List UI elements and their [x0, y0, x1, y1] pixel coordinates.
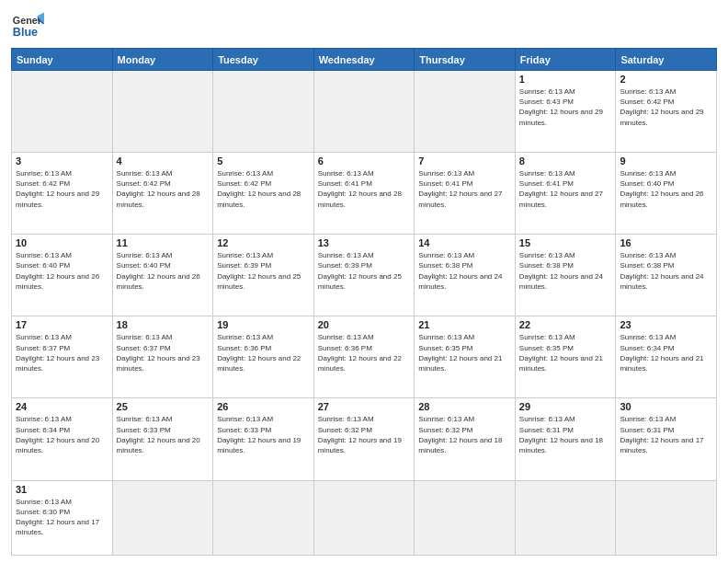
day-number: 7 [418, 155, 511, 167]
page: General Blue SundayMondayTuesdayWednesda… [0, 0, 728, 563]
day-number: 29 [519, 401, 612, 412]
calendar-cell: 9Sunrise: 6:13 AMSunset: 6:40 PMDaylight… [616, 153, 717, 235]
calendar-cell [112, 480, 213, 555]
day-info: Sunrise: 6:13 AMSunset: 6:42 PMDaylight:… [217, 168, 310, 210]
day-info: Sunrise: 6:13 AMSunset: 6:41 PMDaylight:… [519, 168, 612, 210]
calendar-cell: 4Sunrise: 6:13 AMSunset: 6:42 PMDaylight… [112, 153, 213, 235]
calendar-cell: 13Sunrise: 6:13 AMSunset: 6:39 PMDayligh… [313, 235, 415, 316]
day-number: 20 [318, 319, 411, 330]
day-info: Sunrise: 6:13 AMSunset: 6:30 PMDaylight:… [16, 497, 108, 538]
day-number: 6 [318, 155, 411, 167]
day-number: 3 [16, 155, 108, 167]
day-info: Sunrise: 6:13 AMSunset: 6:38 PMDaylight:… [620, 250, 712, 292]
day-info: Sunrise: 6:13 AMSunset: 6:34 PMDaylight:… [16, 414, 108, 455]
calendar-cell: 6Sunrise: 6:13 AMSunset: 6:41 PMDaylight… [313, 153, 415, 235]
day-info: Sunrise: 6:13 AMSunset: 6:38 PMDaylight:… [418, 250, 511, 292]
generalblue-logo-icon: General Blue [11, 9, 44, 42]
day-info: Sunrise: 6:13 AMSunset: 6:40 PMDaylight:… [117, 250, 210, 292]
svg-text:Blue: Blue [13, 26, 38, 39]
calendar-cell: 14Sunrise: 6:13 AMSunset: 6:38 PMDayligh… [415, 235, 516, 316]
calendar-week-row: 3Sunrise: 6:13 AMSunset: 6:42 PMDaylight… [12, 153, 717, 235]
calendar-cell [12, 71, 113, 153]
calendar-cell: 15Sunrise: 6:13 AMSunset: 6:38 PMDayligh… [515, 235, 616, 316]
calendar-cell: 5Sunrise: 6:13 AMSunset: 6:42 PMDaylight… [213, 153, 314, 235]
weekday-header-sunday: Sunday [12, 49, 113, 71]
weekday-header-monday: Monday [112, 49, 213, 71]
day-info: Sunrise: 6:13 AMSunset: 6:39 PMDaylight:… [318, 250, 411, 292]
calendar-cell: 29Sunrise: 6:13 AMSunset: 6:31 PMDayligh… [515, 398, 616, 480]
calendar-cell: 3Sunrise: 6:13 AMSunset: 6:42 PMDaylight… [12, 153, 113, 235]
calendar-cell: 21Sunrise: 6:13 AMSunset: 6:35 PMDayligh… [415, 316, 516, 398]
calendar-cell: 16Sunrise: 6:13 AMSunset: 6:38 PMDayligh… [616, 235, 717, 316]
day-number: 17 [16, 319, 108, 330]
day-number: 31 [16, 484, 108, 495]
calendar-cell [213, 480, 314, 555]
day-number: 4 [117, 155, 210, 167]
day-info: Sunrise: 6:13 AMSunset: 6:43 PMDaylight:… [519, 86, 612, 128]
calendar-cell: 11Sunrise: 6:13 AMSunset: 6:40 PMDayligh… [112, 235, 213, 316]
day-number: 22 [519, 319, 612, 330]
day-info: Sunrise: 6:13 AMSunset: 6:32 PMDaylight:… [418, 414, 511, 455]
calendar-cell: 7Sunrise: 6:13 AMSunset: 6:41 PMDaylight… [415, 153, 516, 235]
day-info: Sunrise: 6:13 AMSunset: 6:32 PMDaylight:… [318, 414, 411, 455]
calendar-cell: 26Sunrise: 6:13 AMSunset: 6:33 PMDayligh… [213, 398, 314, 480]
day-number: 1 [519, 74, 612, 85]
calendar-cell: 22Sunrise: 6:13 AMSunset: 6:35 PMDayligh… [515, 316, 616, 398]
calendar-table: SundayMondayTuesdayWednesdayThursdayFrid… [11, 48, 717, 556]
day-number: 5 [217, 155, 310, 167]
day-number: 23 [620, 319, 712, 330]
day-number: 13 [318, 237, 411, 248]
day-number: 9 [620, 155, 712, 167]
day-number: 19 [217, 319, 310, 330]
day-number: 24 [16, 401, 108, 412]
day-info: Sunrise: 6:13 AMSunset: 6:36 PMDaylight:… [318, 332, 411, 373]
weekday-header-wednesday: Wednesday [313, 49, 415, 71]
day-info: Sunrise: 6:13 AMSunset: 6:39 PMDaylight:… [217, 250, 310, 292]
day-info: Sunrise: 6:13 AMSunset: 6:38 PMDaylight:… [519, 250, 612, 292]
day-number: 28 [418, 401, 511, 412]
day-number: 18 [117, 319, 210, 330]
calendar-cell [313, 71, 415, 153]
day-number: 12 [217, 237, 310, 248]
calendar-week-row: 10Sunrise: 6:13 AMSunset: 6:40 PMDayligh… [12, 235, 717, 316]
calendar-cell: 20Sunrise: 6:13 AMSunset: 6:36 PMDayligh… [313, 316, 415, 398]
calendar-week-row: 1Sunrise: 6:13 AMSunset: 6:43 PMDaylight… [12, 71, 717, 153]
day-number: 10 [16, 237, 108, 248]
calendar-cell: 24Sunrise: 6:13 AMSunset: 6:34 PMDayligh… [12, 398, 113, 480]
day-number: 15 [519, 237, 612, 248]
calendar-cell: 25Sunrise: 6:13 AMSunset: 6:33 PMDayligh… [112, 398, 213, 480]
calendar-cell: 2Sunrise: 6:13 AMSunset: 6:42 PMDaylight… [616, 71, 717, 153]
weekday-header-saturday: Saturday [616, 49, 717, 71]
calendar-cell [515, 480, 616, 555]
day-info: Sunrise: 6:13 AMSunset: 6:33 PMDaylight:… [217, 414, 310, 455]
day-number: 14 [418, 237, 511, 248]
day-info: Sunrise: 6:13 AMSunset: 6:41 PMDaylight:… [318, 168, 411, 210]
day-info: Sunrise: 6:13 AMSunset: 6:42 PMDaylight:… [16, 168, 108, 210]
weekday-header-friday: Friday [515, 49, 616, 71]
calendar-cell: 31Sunrise: 6:13 AMSunset: 6:30 PMDayligh… [12, 480, 113, 555]
day-info: Sunrise: 6:13 AMSunset: 6:36 PMDaylight:… [217, 332, 310, 373]
day-info: Sunrise: 6:13 AMSunset: 6:42 PMDaylight:… [620, 86, 712, 128]
calendar-cell [313, 480, 415, 555]
day-info: Sunrise: 6:13 AMSunset: 6:37 PMDaylight:… [16, 332, 108, 373]
day-number: 27 [318, 401, 411, 412]
calendar-cell [112, 71, 213, 153]
day-number: 30 [620, 401, 712, 412]
calendar-cell [415, 480, 516, 555]
day-info: Sunrise: 6:13 AMSunset: 6:35 PMDaylight:… [418, 332, 511, 373]
header: General Blue [11, 9, 717, 42]
calendar-cell: 10Sunrise: 6:13 AMSunset: 6:40 PMDayligh… [12, 235, 113, 316]
calendar-cell [213, 71, 314, 153]
calendar-cell: 19Sunrise: 6:13 AMSunset: 6:36 PMDayligh… [213, 316, 314, 398]
weekday-header-row: SundayMondayTuesdayWednesdayThursdayFrid… [12, 49, 717, 71]
calendar-week-row: 31Sunrise: 6:13 AMSunset: 6:30 PMDayligh… [12, 480, 717, 555]
day-number: 21 [418, 319, 511, 330]
calendar-week-row: 17Sunrise: 6:13 AMSunset: 6:37 PMDayligh… [12, 316, 717, 398]
calendar-cell: 23Sunrise: 6:13 AMSunset: 6:34 PMDayligh… [616, 316, 717, 398]
day-info: Sunrise: 6:13 AMSunset: 6:31 PMDaylight:… [620, 414, 712, 455]
calendar-cell: 28Sunrise: 6:13 AMSunset: 6:32 PMDayligh… [415, 398, 516, 480]
calendar-week-row: 24Sunrise: 6:13 AMSunset: 6:34 PMDayligh… [12, 398, 717, 480]
day-number: 11 [117, 237, 210, 248]
calendar-cell: 27Sunrise: 6:13 AMSunset: 6:32 PMDayligh… [313, 398, 415, 480]
day-info: Sunrise: 6:13 AMSunset: 6:40 PMDaylight:… [620, 168, 712, 210]
